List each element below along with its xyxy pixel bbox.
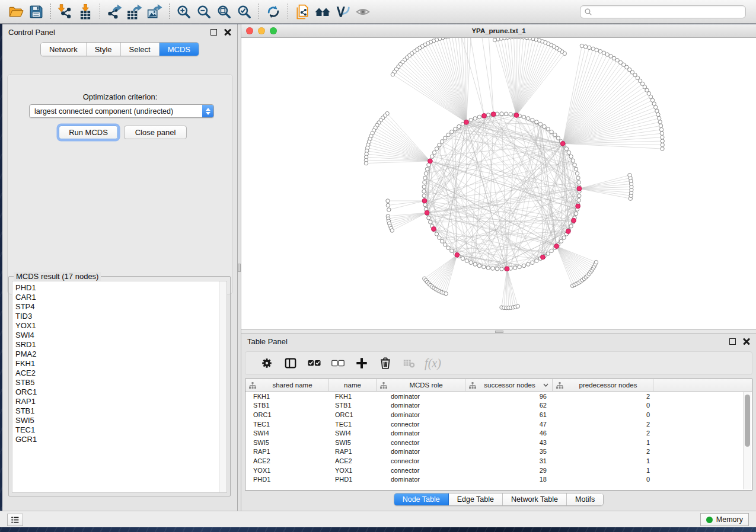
cell-name[interactable]: TEC1 — [329, 421, 377, 428]
cell-name[interactable]: STB1 — [329, 402, 377, 409]
tab-mcds[interactable]: MCDS — [160, 43, 199, 56]
window-minimize-icon[interactable] — [258, 27, 265, 34]
cell-MCDS-role[interactable]: connector — [377, 457, 465, 464]
refresh-icon[interactable] — [263, 3, 283, 21]
cell-name[interactable]: ORC1 — [329, 411, 377, 418]
cell-successor-nodes[interactable]: 43 — [465, 439, 553, 446]
tab-style[interactable]: Style — [87, 43, 121, 56]
import-network-icon[interactable] — [55, 3, 75, 21]
table-row[interactable]: SWI5SWI5connector431 — [245, 438, 752, 447]
cell-MCDS-role[interactable]: dominator — [377, 430, 465, 437]
export-network-icon[interactable] — [104, 3, 125, 21]
mcds-node-item[interactable]: PHD1 — [12, 283, 227, 293]
zoom-in-icon[interactable] — [174, 3, 194, 21]
table-row[interactable]: PHD1PHD1dominator180 — [245, 475, 752, 484]
cell-predecessor-nodes[interactable]: 1 — [553, 439, 653, 446]
zoom-fit-icon[interactable] — [214, 3, 234, 21]
cell-MCDS-role[interactable]: dominator — [377, 393, 465, 400]
cell-successor-nodes[interactable]: 46 — [465, 430, 553, 437]
cell-MCDS-role[interactable]: dominator — [377, 402, 465, 409]
column-header-predecessor-nodes[interactable]: predecessor nodes — [553, 379, 653, 391]
tab-network[interactable]: Network — [41, 43, 87, 56]
tab-edge-table[interactable]: Edge Table — [449, 493, 503, 505]
cell-shared-name[interactable]: SWI4 — [245, 430, 329, 437]
open-file-icon[interactable] — [6, 3, 26, 21]
close-panel-button[interactable]: Close panel — [124, 126, 187, 139]
cell-predecessor-nodes[interactable]: 1 — [553, 467, 653, 474]
cell-predecessor-nodes[interactable]: 0 — [553, 402, 653, 409]
cell-predecessor-nodes[interactable]: 2 — [553, 421, 653, 428]
cell-shared-name[interactable]: STB1 — [245, 402, 329, 409]
cell-MCDS-role[interactable]: connector — [377, 467, 465, 474]
table-row[interactable]: RAP1RAP1dominator352 — [245, 447, 752, 457]
cell-shared-name[interactable]: RAP1 — [245, 448, 329, 455]
mcds-node-item[interactable]: YOX1 — [12, 321, 227, 331]
export-image-icon[interactable] — [145, 3, 165, 21]
cell-successor-nodes[interactable]: 61 — [465, 411, 553, 418]
cell-shared-name[interactable]: PHD1 — [245, 476, 329, 483]
window-zoom-icon[interactable] — [270, 27, 277, 34]
cell-name[interactable]: FKH1 — [329, 393, 377, 400]
zoom-out-icon[interactable] — [194, 3, 214, 21]
cell-name[interactable]: PHD1 — [329, 476, 377, 483]
mcds-node-item[interactable]: RAP1 — [12, 397, 227, 406]
cell-predecessor-nodes[interactable]: 0 — [553, 411, 653, 418]
network-graph[interactable] — [241, 38, 756, 329]
list-scrollbar[interactable] — [219, 281, 227, 492]
cell-name[interactable]: YOX1 — [329, 467, 377, 474]
column-header-successor-nodes[interactable]: successor nodes — [465, 379, 553, 391]
table-row[interactable]: ACE2ACE2connector311 — [245, 456, 752, 466]
zoom-selected-icon[interactable] — [234, 3, 254, 21]
mcds-node-item[interactable]: SWI5 — [12, 416, 227, 425]
run-mcds-button[interactable]: Run MCDS — [59, 126, 118, 139]
table-mode-gear-icon[interactable] — [255, 355, 279, 371]
table-row[interactable]: TEC1TEC1connector472 — [245, 419, 752, 429]
mcds-node-item[interactable]: ORC1 — [12, 387, 227, 397]
add-column-icon[interactable] — [350, 355, 374, 371]
cell-predecessor-nodes[interactable]: 2 — [553, 448, 653, 455]
cell-name[interactable]: SWI4 — [329, 430, 377, 437]
mcds-node-item[interactable]: TID3 — [12, 312, 227, 321]
cell-MCDS-role[interactable]: dominator — [377, 476, 465, 483]
cell-predecessor-nodes[interactable]: 1 — [553, 457, 653, 464]
window-close-icon[interactable] — [246, 27, 253, 34]
mcds-node-item[interactable]: ACE2 — [12, 368, 227, 378]
table-row[interactable]: YOX1YOX1connector291 — [245, 466, 752, 475]
cell-successor-nodes[interactable]: 96 — [465, 393, 553, 400]
table-scrollbar[interactable] — [743, 392, 751, 489]
column-header-MCDS-role[interactable]: MCDS role — [377, 379, 465, 391]
cell-shared-name[interactable]: FKH1 — [245, 393, 329, 400]
cell-name[interactable]: ACE2 — [329, 457, 377, 464]
cell-predecessor-nodes[interactable]: 2 — [553, 393, 653, 400]
cell-shared-name[interactable]: YOX1 — [245, 467, 329, 474]
cell-shared-name[interactable]: SWI5 — [245, 439, 329, 446]
float-panel-icon[interactable] — [210, 29, 217, 36]
vizmap-icon[interactable] — [333, 3, 353, 21]
cell-MCDS-role[interactable]: dominator — [377, 448, 465, 455]
scrollbar-thumb[interactable] — [745, 395, 750, 447]
float-table-panel-icon[interactable] — [729, 338, 736, 345]
panel-menu-button[interactable] — [7, 514, 23, 526]
tab-motifs[interactable]: Motifs — [567, 493, 603, 505]
mcds-node-item[interactable]: FKH1 — [12, 359, 227, 368]
cell-name[interactable]: RAP1 — [329, 448, 377, 455]
network-canvas[interactable] — [241, 38, 756, 329]
select-all-icon[interactable] — [302, 355, 326, 371]
tab-select[interactable]: Select — [121, 43, 160, 56]
cell-successor-nodes[interactable]: 35 — [465, 448, 553, 455]
cell-MCDS-role[interactable]: connector — [377, 439, 465, 446]
cell-shared-name[interactable]: ORC1 — [245, 411, 329, 418]
mcds-node-item[interactable]: STB1 — [12, 406, 227, 416]
cell-predecessor-nodes[interactable]: 0 — [553, 476, 653, 483]
table-row[interactable]: STB1STB1dominator620 — [245, 401, 752, 411]
optimization-criterion-select[interactable]: largest connected component (undirected) — [29, 104, 214, 118]
cell-successor-nodes[interactable]: 31 — [465, 457, 553, 464]
memory-button[interactable]: Memory — [700, 513, 749, 526]
search-input[interactable] — [592, 8, 745, 16]
table-row[interactable]: ORC1ORC1dominator610 — [245, 410, 752, 419]
share-document-icon[interactable] — [292, 3, 312, 21]
close-table-panel-icon[interactable] — [743, 338, 750, 345]
horizontal-splitter[interactable] — [241, 329, 756, 334]
cell-shared-name[interactable]: TEC1 — [245, 421, 329, 428]
table-row[interactable]: FKH1FKH1dominator962 — [245, 392, 752, 401]
